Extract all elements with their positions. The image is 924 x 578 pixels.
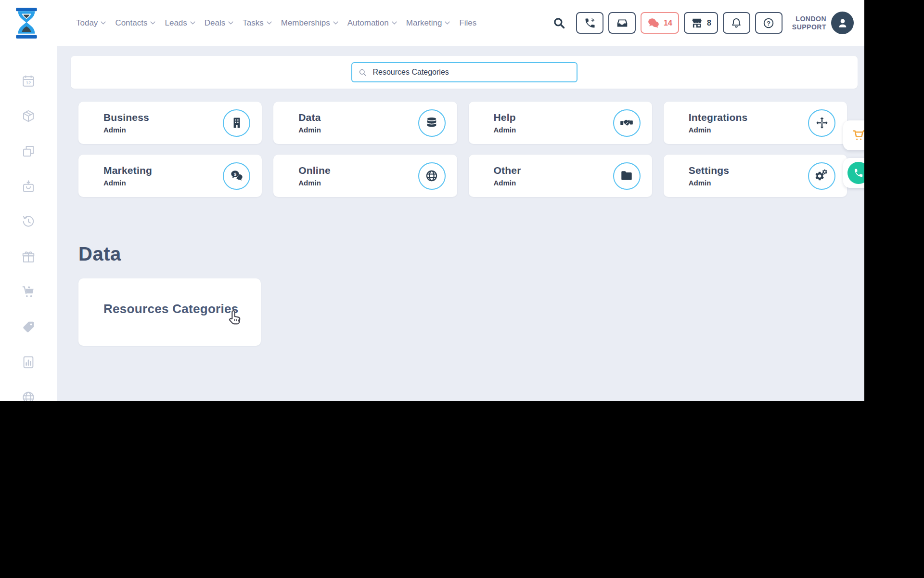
chat-bubbles-icon: [647, 17, 660, 29]
bag-download-icon[interactable]: [21, 179, 36, 194]
floating-phone-widget[interactable]: [843, 158, 864, 188]
nav-marketing[interactable]: Marketing: [406, 18, 450, 28]
app-window: Today Contacts Leads Deals Tasks Members…: [0, 0, 864, 401]
nav-label: Memberships: [281, 18, 330, 28]
category-search-input[interactable]: [372, 67, 571, 77]
nav-automation[interactable]: Automation: [347, 18, 397, 28]
section-heading: Data: [78, 243, 121, 265]
nav-memberships[interactable]: Memberships: [281, 18, 338, 28]
category-card-marketing[interactable]: Marketing Admin $: [78, 155, 262, 197]
category-subtitle: Admin: [298, 126, 321, 134]
phone-icon: [584, 17, 596, 29]
search-icon: [358, 68, 367, 77]
category-subtitle: Admin: [494, 179, 521, 187]
user-avatar[interactable]: [831, 12, 854, 34]
category-card-data[interactable]: Data Admin: [273, 102, 457, 144]
messages-count: 14: [664, 19, 672, 27]
globe-icon[interactable]: [21, 390, 36, 401]
category-subtitle: Admin: [103, 126, 149, 134]
chat-dollar-icon: $: [223, 162, 250, 190]
messages-button[interactable]: 14: [641, 12, 679, 34]
calendar-12-icon[interactable]: 12: [21, 74, 36, 88]
chevron-down-icon: [392, 21, 397, 25]
category-card-business[interactable]: Business Admin: [78, 102, 262, 144]
category-title: Online: [298, 165, 331, 176]
search-icon[interactable]: [552, 16, 566, 30]
package-box-icon[interactable]: [21, 109, 36, 123]
phone-circle: [847, 162, 864, 184]
report-chart-icon[interactable]: [21, 355, 36, 369]
help-button[interactable]: ?: [755, 12, 783, 34]
category-card-online[interactable]: Online Admin: [273, 155, 457, 197]
search-panel: [71, 56, 858, 89]
hourglass-logo[interactable]: [13, 7, 40, 39]
chevron-down-icon: [228, 21, 233, 25]
category-search-box[interactable]: [351, 62, 578, 82]
category-subtitle: Admin: [298, 179, 331, 187]
nav-label: Files: [459, 18, 476, 28]
category-title: Settings: [689, 165, 729, 176]
store-icon: [691, 17, 703, 29]
category-subtitle: Admin: [103, 179, 152, 187]
svg-text:$: $: [233, 171, 236, 177]
folder-icon: [613, 162, 641, 190]
question-icon: ?: [762, 17, 775, 29]
category-title: Other: [494, 165, 521, 176]
main-nav: Today Contacts Leads Deals Tasks Members…: [76, 18, 476, 28]
phone-button[interactable]: [576, 12, 603, 34]
history-clock-icon[interactable]: [21, 214, 36, 229]
nav-label: Marketing: [406, 18, 442, 28]
resources-categories-label: Resources Categories: [103, 302, 239, 316]
category-grid: Business Admin Data Admin Help: [78, 102, 847, 197]
category-subtitle: Admin: [689, 126, 748, 134]
globe-icon: [418, 162, 446, 190]
shopping-cart-icon[interactable]: [21, 285, 36, 299]
account-name: LONDON SUPPORT: [792, 15, 826, 31]
category-card-settings[interactable]: Settings Admin: [664, 155, 847, 197]
handshake-icon: [613, 109, 641, 137]
chevron-down-icon: [101, 21, 106, 25]
building-icon: [223, 109, 250, 137]
header-actions: 14 8: [552, 12, 864, 34]
nav-label: Contacts: [115, 18, 147, 28]
category-card-other[interactable]: Other Admin: [469, 155, 652, 197]
chevron-down-icon: [267, 21, 272, 25]
left-sidebar: 12: [0, 46, 57, 401]
chevron-down-icon: [150, 21, 155, 25]
nav-tasks[interactable]: Tasks: [243, 18, 271, 28]
nav-label: Leads: [165, 18, 187, 28]
cart-icon: [851, 128, 864, 143]
nav-today[interactable]: Today: [76, 18, 106, 28]
nav-deals[interactable]: Deals: [205, 18, 233, 28]
nav-leads[interactable]: Leads: [165, 18, 195, 28]
hand-cursor: [225, 307, 245, 328]
nav-label: Deals: [205, 18, 225, 28]
category-subtitle: Admin: [494, 126, 516, 134]
notifications-button[interactable]: [723, 12, 750, 34]
account-name-line1: LONDON: [792, 15, 826, 23]
category-title: Business: [103, 112, 149, 123]
svg-text:?: ?: [767, 19, 770, 26]
category-card-integrations[interactable]: Integrations Admin: [664, 102, 847, 144]
chevron-down-icon: [190, 21, 195, 25]
category-title: Marketing: [103, 165, 152, 176]
nav-label: Tasks: [243, 18, 263, 28]
floating-cart-widget[interactable]: [843, 120, 864, 150]
top-bar: Today Contacts Leads Deals Tasks Members…: [0, 0, 864, 46]
gears-icon: [808, 162, 835, 190]
nav-files[interactable]: Files: [459, 18, 476, 28]
account-name-line2: SUPPORT: [792, 23, 826, 31]
gift-icon[interactable]: [21, 250, 36, 264]
category-title: Help: [494, 112, 516, 123]
price-tag-icon[interactable]: [21, 320, 36, 334]
store-button[interactable]: 8: [684, 12, 718, 34]
nav-label: Today: [76, 18, 98, 28]
copy-layers-icon[interactable]: [21, 144, 36, 158]
inbox-button[interactable]: [608, 12, 636, 34]
nav-contacts[interactable]: Contacts: [115, 18, 155, 28]
bell-icon: [730, 17, 743, 29]
category-title: Data: [298, 112, 321, 123]
phone-icon: [853, 167, 864, 179]
database-icon: [418, 109, 446, 137]
category-card-help[interactable]: Help Admin: [469, 102, 652, 144]
